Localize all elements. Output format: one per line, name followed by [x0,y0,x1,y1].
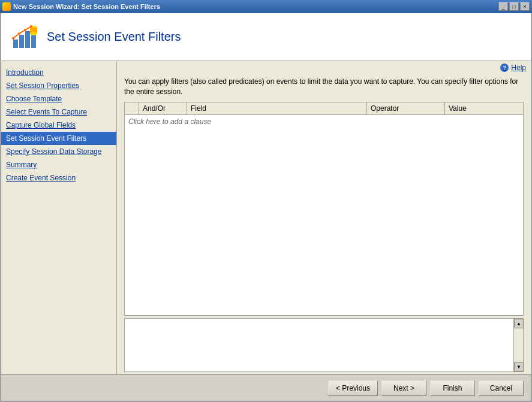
main-window: Set Session Event Filters Introduction S… [0,13,532,402]
vertical-scrollbar[interactable]: ▲ ▼ [513,319,523,371]
description-text: You can apply filters (also called predi… [117,74,531,102]
help-icon: ? [500,64,509,72]
col-operator: Operator [367,102,445,114]
sidebar-item-set-session-properties[interactable]: Set Session Properties [1,79,116,92]
add-clause-row[interactable]: Click here to add a clause [125,115,523,128]
maximize-button[interactable]: □ [509,2,519,11]
filter-table-body[interactable]: Click here to add a clause [125,115,523,315]
sidebar-item-introduction[interactable]: Introduction [1,66,116,79]
sidebar: Introduction Set Session Properties Choo… [1,61,117,374]
svg-rect-1 [19,35,24,48]
main-panel: ? Help You can apply filters (also calle… [117,61,531,374]
scroll-down-button[interactable]: ▼ [514,362,524,371]
header-title: Set Session Event Filters [47,30,181,44]
help-label: Help [511,64,526,72]
col-field: Field [187,102,367,114]
svg-point-7 [12,37,14,40]
col-value: Value [445,102,523,114]
previous-button[interactable]: < Previous [328,380,378,396]
minimize-button[interactable]: _ [498,2,508,11]
sidebar-item-summary[interactable]: Summary [1,158,116,171]
sidebar-item-set-event-filters[interactable]: Set Session Event Filters [1,132,116,145]
title-bar-buttons[interactable]: _ □ × [498,2,530,11]
sidebar-item-specify-storage[interactable]: Specify Session Data Storage [1,145,116,158]
svg-point-9 [24,29,26,31]
filter-area: And/Or Field Operator Value Click here t… [124,102,524,316]
cancel-button[interactable]: Cancel [479,380,524,396]
help-link[interactable]: ? Help [500,64,526,72]
sidebar-item-choose-template[interactable]: Choose Template [1,92,116,105]
sidebar-item-create-event[interactable]: Create Event Session [1,171,116,185]
next-button[interactable]: Next > [381,380,426,396]
svg-rect-2 [25,31,30,48]
window-icon [2,2,11,11]
col-checkbox [125,102,139,114]
finish-button[interactable]: Finish [430,380,475,396]
title-bar-text: New Session Wizard: Set Session Event Fi… [13,3,160,10]
lower-panel: ▲ ▼ [124,318,524,372]
svg-rect-0 [13,40,18,48]
button-bar: < Previous Next > Finish Cancel [1,374,531,401]
title-bar-left: New Session Wizard: Set Session Event Fi… [2,2,160,11]
svg-point-10 [30,25,32,28]
sidebar-item-capture-global[interactable]: Capture Global Fields [1,119,116,132]
sidebar-item-select-events[interactable]: Select Events To Capture [1,105,116,119]
help-bar: ? Help [117,61,531,74]
wizard-icon [11,23,40,52]
scroll-up-button[interactable]: ▲ [514,319,524,328]
close-button[interactable]: × [520,2,530,11]
content-area: Introduction Set Session Properties Choo… [1,61,531,374]
col-and-or: And/Or [139,102,187,114]
svg-point-8 [18,32,20,35]
title-bar: New Session Wizard: Set Session Event Fi… [0,0,532,13]
header: Set Session Event Filters [1,13,531,61]
svg-point-6 [30,32,37,35]
filter-table-header: And/Or Field Operator Value [125,102,523,115]
